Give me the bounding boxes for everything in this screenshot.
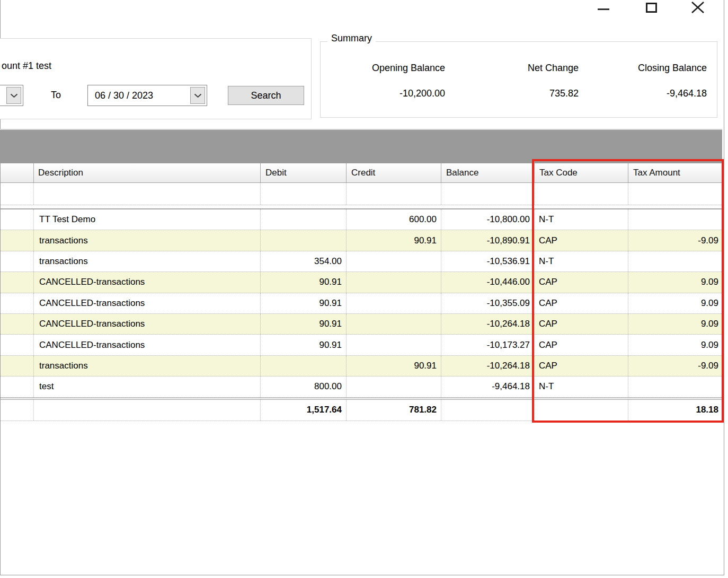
cell-debit[interactable]: 90.91: [260, 314, 346, 334]
from-date-dropdown-button[interactable]: [6, 87, 21, 104]
table-row[interactable]: CANCELLED-transactions 90.91 -10,355.09 …: [1, 293, 723, 314]
to-label: To: [51, 90, 61, 101]
cell-tax-code[interactable]: CAP: [534, 314, 628, 334]
to-date-value: 06 / 30 / 2023: [95, 85, 153, 106]
from-date-dropdown[interactable]: [0, 85, 23, 106]
cell-description[interactable]: CANCELLED-transactions: [33, 335, 260, 355]
cell-tax-amount[interactable]: -9.09: [628, 230, 723, 250]
cell-balance[interactable]: -10,264.18: [441, 314, 534, 334]
cell-credit[interactable]: [346, 293, 441, 313]
cell-balance[interactable]: -10,264.18: [441, 356, 534, 376]
cell-tax-code[interactable]: CAP: [534, 272, 628, 292]
cell-tax-code[interactable]: CAP: [534, 335, 628, 355]
cell-description[interactable]: CANCELLED-transactions: [33, 293, 260, 313]
summary-closing-balance: Closing Balance -9,464.18: [596, 63, 707, 99]
close-button[interactable]: [687, 0, 709, 15]
cell-credit[interactable]: 90.91: [346, 230, 441, 250]
cell-tax-code[interactable]: CAP: [534, 293, 628, 313]
grid-filter-row: [1, 183, 723, 205]
cell-debit[interactable]: 354.00: [260, 251, 346, 272]
summary-net-change: Net Change 735.82: [467, 63, 579, 99]
cell-tax-code[interactable]: N-T: [534, 209, 628, 230]
cell-tax-code[interactable]: N-T: [534, 376, 628, 397]
summary-value: 735.82: [467, 88, 579, 99]
header-credit[interactable]: Credit: [346, 163, 441, 182]
to-date-dropdown[interactable]: 06 / 30 / 2023: [87, 85, 207, 106]
cell-balance[interactable]: -10,536.91: [441, 251, 534, 272]
table-row[interactable]: CANCELLED-transactions 90.91 -10,264.18 …: [1, 314, 723, 335]
cell-balance[interactable]: -10,355.09: [441, 293, 534, 313]
maximize-button[interactable]: [640, 0, 662, 15]
row-leading-cell: [1, 230, 33, 250]
cell-tax-code[interactable]: CAP: [534, 230, 628, 250]
cell-balance[interactable]: -10,173.27: [441, 335, 534, 355]
cell-balance[interactable]: -10,446.00: [441, 272, 534, 292]
filter-cell-leading[interactable]: [1, 183, 33, 205]
cell-description[interactable]: test: [33, 376, 260, 397]
filter-cell-balance[interactable]: [441, 183, 534, 205]
cell-credit[interactable]: [346, 376, 441, 397]
header-balance[interactable]: Balance: [441, 163, 534, 182]
cell-debit[interactable]: 800.00: [260, 376, 346, 397]
filter-cell-debit[interactable]: [260, 183, 346, 205]
summary-value: -9,464.18: [596, 88, 707, 99]
table-row[interactable]: TT Test Demo 600.00 -10,800.00 N-T: [1, 209, 723, 230]
cell-debit[interactable]: [260, 209, 346, 230]
cell-credit[interactable]: [346, 335, 441, 355]
grid-totals-row: 1,517.64 781.82 18.18: [1, 400, 723, 421]
header-leading: [1, 163, 33, 182]
cell-credit[interactable]: [346, 251, 441, 272]
totals-credit: 781.82: [346, 400, 441, 421]
cell-credit[interactable]: [346, 314, 441, 334]
cell-credit[interactable]: 600.00: [346, 209, 441, 230]
filter-cell-tax-amount[interactable]: [628, 183, 723, 205]
cell-description[interactable]: transactions: [33, 251, 260, 272]
table-row[interactable]: test 800.00 -9,464.18 N-T: [1, 376, 723, 397]
cell-credit[interactable]: 90.91: [346, 356, 441, 376]
cell-tax-amount[interactable]: -9.09: [628, 356, 723, 376]
cell-tax-amount[interactable]: [628, 251, 723, 272]
chevron-down-icon: [10, 93, 18, 98]
cell-tax-amount[interactable]: 9.09: [628, 293, 723, 313]
summary-label: Opening Balance: [334, 63, 445, 74]
cell-debit[interactable]: [260, 356, 346, 376]
cell-description[interactable]: transactions: [33, 356, 260, 376]
cell-tax-amount[interactable]: [628, 376, 723, 397]
row-leading-cell: [1, 293, 33, 313]
cell-tax-code[interactable]: CAP: [534, 356, 628, 376]
to-date-dropdown-button[interactable]: [190, 87, 205, 104]
header-tax-amount[interactable]: Tax Amount: [628, 163, 723, 182]
cell-tax-code[interactable]: N-T: [534, 251, 628, 272]
cell-tax-amount[interactable]: 9.09: [628, 335, 723, 355]
header-debit[interactable]: Debit: [260, 163, 346, 182]
cell-description[interactable]: transactions: [33, 230, 260, 250]
cell-tax-amount[interactable]: 9.09: [628, 272, 723, 292]
table-row[interactable]: transactions 354.00 -10,536.91 N-T: [1, 251, 723, 272]
table-row[interactable]: transactions 90.91 -10,264.18 CAP -9.09: [1, 356, 723, 376]
cell-debit[interactable]: 90.91: [260, 335, 346, 355]
filter-cell-credit[interactable]: [346, 183, 441, 205]
minimize-button[interactable]: [592, 0, 615, 15]
maximize-icon: [646, 3, 657, 13]
cell-tax-amount[interactable]: [628, 209, 723, 230]
cell-balance[interactable]: -10,890.91: [441, 230, 534, 250]
cell-credit[interactable]: [346, 272, 441, 292]
cell-description[interactable]: CANCELLED-transactions: [33, 272, 260, 292]
filter-cell-tax-code[interactable]: [534, 183, 628, 205]
search-button[interactable]: Search: [228, 86, 304, 105]
cell-debit[interactable]: 90.91: [260, 293, 346, 313]
filter-cell-description[interactable]: [33, 183, 260, 205]
cell-tax-amount[interactable]: 9.09: [628, 314, 723, 334]
table-row[interactable]: transactions 90.91 -10,890.91 CAP -9.09: [1, 230, 723, 251]
table-row[interactable]: CANCELLED-transactions 90.91 -10,173.27 …: [1, 335, 723, 355]
header-tax-code[interactable]: Tax Code: [534, 163, 628, 182]
cell-debit[interactable]: 90.91: [260, 272, 346, 292]
cell-description[interactable]: CANCELLED-transactions: [33, 314, 260, 334]
cell-balance[interactable]: -10,800.00: [441, 209, 534, 230]
header-description[interactable]: Description: [33, 163, 260, 182]
cell-debit[interactable]: [260, 230, 346, 250]
cell-description[interactable]: TT Test Demo: [33, 209, 260, 230]
cell-balance[interactable]: -9,464.18: [441, 376, 534, 397]
totals-tax-amount: 18.18: [628, 400, 723, 421]
table-row[interactable]: CANCELLED-transactions 90.91 -10,446.00 …: [1, 272, 723, 293]
